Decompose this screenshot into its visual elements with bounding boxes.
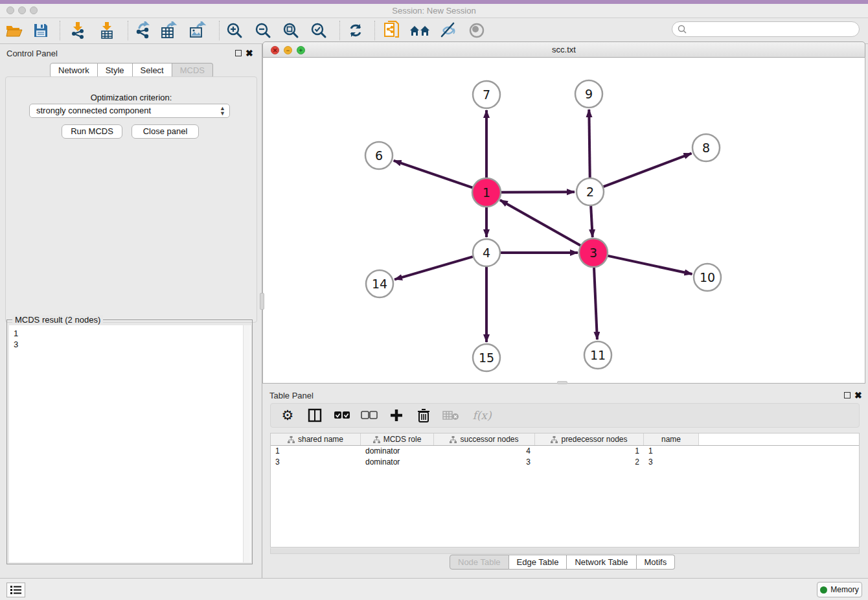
open-session-button[interactable]	[3, 19, 25, 41]
network-graph[interactable]: 7968124314101511	[263, 58, 865, 382]
cell-predecessor-nodes[interactable]: 2	[535, 457, 644, 468]
node-table[interactable]: shared nameMCDS rolesuccessor nodesprede…	[270, 433, 860, 548]
import-table-button[interactable]	[96, 19, 118, 41]
export-network-button[interactable]	[131, 19, 154, 41]
export-image-button[interactable]	[187, 19, 209, 41]
split-view-button[interactable]	[306, 406, 324, 424]
float-panel-icon[interactable]	[235, 50, 242, 56]
delete-column-icon	[442, 410, 459, 421]
table-float-panel-icon[interactable]	[844, 392, 851, 398]
edge-3-11[interactable]	[594, 267, 597, 340]
result-scrollbar[interactable]	[243, 325, 250, 562]
cell-MCDS-role[interactable]: dominator	[361, 457, 434, 468]
delete-column-button[interactable]	[442, 406, 460, 424]
task-history-button[interactable]	[6, 583, 25, 597]
plus-icon	[389, 408, 404, 422]
cell-shared-name[interactable]: 3	[271, 457, 361, 468]
function-icon: f(x)	[472, 409, 491, 422]
criterion-dropdown[interactable]: strongly connected component ▲▼	[29, 104, 230, 118]
edge-2-9[interactable]	[589, 110, 589, 178]
tab-network-table[interactable]: Network Table	[567, 555, 636, 570]
memory-button[interactable]: Memory	[817, 582, 862, 597]
node-label-8: 8	[702, 141, 710, 155]
zoom-fit-button[interactable]	[280, 19, 302, 41]
network-maximize-button[interactable]: +	[297, 46, 305, 54]
tab-node-table[interactable]: Node Table	[450, 555, 509, 570]
search-input[interactable]	[690, 25, 859, 34]
edge-1-2[interactable]	[501, 192, 575, 192]
column-header-MCDS-role[interactable]: MCDS role	[361, 433, 434, 445]
node-label-10: 10	[700, 270, 715, 284]
deselect-all-columns-button[interactable]	[360, 406, 378, 424]
close-panel-icon[interactable]: ✖	[246, 48, 253, 58]
network-close-button[interactable]: ✕	[271, 46, 279, 54]
home-icon	[409, 23, 431, 38]
node-label-15: 15	[479, 351, 494, 365]
cell-shared-name[interactable]: 1	[271, 446, 361, 457]
tab-style[interactable]: Style	[98, 63, 133, 78]
refresh-button[interactable]	[345, 19, 367, 41]
show-button[interactable]	[466, 19, 488, 41]
export-table-button[interactable]	[158, 19, 180, 41]
cell-MCDS-role[interactable]: dominator	[361, 446, 434, 457]
zoom-out-button[interactable]	[252, 19, 274, 41]
close-window-button[interactable]	[6, 6, 14, 14]
panel-splitter-handle[interactable]	[260, 293, 264, 310]
column-header-shared-name[interactable]: shared name	[271, 433, 361, 445]
zoom-in-button[interactable]	[223, 19, 246, 41]
zoom-selected-button[interactable]	[308, 19, 330, 41]
minimize-window-button[interactable]	[18, 6, 26, 14]
close-panel-button[interactable]: Close panel	[131, 124, 199, 139]
run-mcds-button[interactable]: Run MCDS	[62, 124, 122, 139]
table-scroll-strip[interactable]	[270, 548, 860, 554]
delete-row-button[interactable]	[415, 406, 433, 424]
import-network-button[interactable]	[67, 19, 89, 41]
zoom-window-button[interactable]	[30, 6, 38, 14]
select-all-columns-button[interactable]	[333, 406, 351, 424]
tab-select[interactable]: Select	[133, 63, 172, 78]
control-panel-title: Control Panel	[6, 49, 58, 58]
paint-hide-button[interactable]	[437, 19, 459, 41]
network-view-canvas[interactable]: 7968124314101511	[262, 58, 865, 384]
edge-2-8[interactable]	[604, 154, 692, 187]
network-minimize-button[interactable]: −	[284, 46, 292, 54]
table-panel: Table Panel ✖ ⚙	[263, 386, 868, 578]
mcds-result-text[interactable]: 1 3	[9, 325, 251, 562]
cell-name[interactable]: 1	[644, 446, 699, 457]
mcds-tab-content: Optimization criterion: strongly connect…	[5, 76, 257, 323]
node-label-7: 7	[483, 87, 490, 102]
cell-predecessor-nodes[interactable]: 1	[535, 446, 644, 457]
cell-successor-nodes[interactable]: 4	[434, 446, 535, 457]
edge-4-14[interactable]	[394, 257, 473, 279]
edge-1-6[interactable]	[394, 161, 473, 188]
horizontal-splitter-handle[interactable]	[557, 381, 567, 384]
column-header-predecessor-nodes[interactable]: predecessor nodes	[535, 433, 644, 445]
function-builder-button[interactable]: f(x)	[469, 406, 495, 424]
save-session-button[interactable]	[30, 19, 52, 41]
control-panel-tabs: NetworkStyleSelectMCDS	[50, 63, 213, 78]
table-row-1[interactable]: 1dominator411	[271, 446, 859, 457]
edge-2-3[interactable]	[591, 206, 593, 237]
add-row-button[interactable]	[387, 406, 405, 424]
tab-mcds[interactable]: MCDS	[172, 63, 213, 78]
home-button[interactable]	[409, 19, 431, 41]
app-window: Session: New Session	[0, 0, 868, 600]
tab-network[interactable]: Network	[50, 63, 98, 78]
table-close-panel-icon[interactable]: ✖	[854, 390, 862, 400]
table-row-2[interactable]: 3dominator323	[271, 457, 859, 468]
cell-successor-nodes[interactable]: 3	[434, 457, 535, 468]
network-window-titlebar[interactable]: ✕ − + scc.txt	[262, 41, 865, 58]
edge-3-1[interactable]	[500, 200, 581, 246]
titlebar[interactable]: Session: New Session	[0, 4, 868, 18]
duplicate-network-button[interactable]	[381, 19, 403, 41]
tab-motifs[interactable]: Motifs	[637, 555, 676, 570]
search-icon	[678, 25, 687, 34]
tab-edge-table[interactable]: Edge Table	[509, 555, 567, 570]
cell-name[interactable]: 3	[644, 457, 699, 468]
edge-3-10[interactable]	[608, 256, 692, 274]
column-header-name[interactable]: name	[644, 433, 699, 445]
table-settings-button[interactable]: ⚙	[279, 406, 297, 424]
column-header-successor-nodes[interactable]: successor nodes	[434, 433, 535, 445]
search-box[interactable]	[672, 21, 860, 37]
eye-icon	[467, 23, 486, 38]
